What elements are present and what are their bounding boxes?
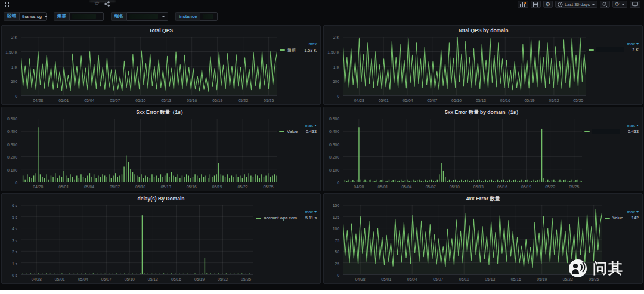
- y-axis-tick-label: 5 s: [12, 215, 17, 219]
- plot-area[interactable]: 150125100755025004/2805/0105/0405/0705/1…: [324, 203, 603, 283]
- chevron-down-icon: [44, 16, 48, 17]
- plot-area[interactable]: 2 K1.50 K1 K500004/2805/0105/0405/0705/1…: [324, 35, 587, 104]
- y-axis-tick-label: 0: [337, 94, 339, 98]
- x-axis-tick-label: 05/19: [212, 185, 222, 189]
- time-range-label: Last 30 days: [565, 2, 590, 7]
- save-dashboard-button[interactable]: [531, 1, 541, 8]
- y-axis-tick-label: 75: [335, 238, 339, 242]
- x-axis-tick-label: 04/28: [354, 185, 364, 189]
- plot-area[interactable]: 6 s5 s4 s3 s2 s1 s0 s04/2805/0105/0405/0…: [2, 203, 255, 283]
- filter-region: 区域 thanos-sg: [4, 12, 47, 21]
- star-icon[interactable]: ☆: [94, 1, 100, 7]
- legend-item[interactable]: 2 K: [589, 47, 639, 52]
- dashboards-grid-icon[interactable]: [4, 2, 9, 7]
- region-select[interactable]: thanos-sg: [19, 12, 47, 21]
- series-color-marker: [584, 131, 590, 132]
- series-max-value: 142: [626, 215, 639, 221]
- x-axis-tick-label: 05/10: [450, 185, 460, 189]
- x-axis-tick-label: 05/16: [187, 98, 197, 103]
- plot-area[interactable]: 2 K1.50 K1 K500004/2805/0105/0405/0705/1…: [2, 35, 278, 104]
- x-axis-tick-label: 05/16: [171, 277, 181, 281]
- filter-instance-label: instance: [175, 12, 200, 21]
- x-axis-tick-label: 05/22: [545, 185, 555, 189]
- x-axis-tick-label: 05/25: [263, 185, 273, 189]
- cycle-view-mode-button[interactable]: [630, 1, 640, 8]
- series-max-value: 1.53 K: [298, 48, 317, 53]
- series-color-marker: [279, 131, 284, 132]
- x-axis-tick-label: 05/13: [473, 185, 484, 189]
- y-axis-tick-label: 0.200: [329, 155, 339, 159]
- panel-legend: max account.wps.com5.11 s: [255, 203, 320, 283]
- y-axis-tick-label: 0: [337, 181, 339, 185]
- x-axis-tick-label: 05/07: [101, 277, 112, 281]
- x-axis-tick-label: 05/04: [402, 98, 413, 103]
- chevron-down-icon: [162, 16, 165, 17]
- panel-5xx-error-by-domain: 5xx Error 数量 by domain（1s） 0.5000.4000.3…: [323, 107, 643, 191]
- panel-title[interactable]: delay(s) By Domain: [2, 194, 320, 203]
- series-label: Value: [612, 215, 623, 221]
- legend-item[interactable]: account.wps.com5.11 s: [256, 215, 317, 221]
- x-axis-tick-label: 05/25: [569, 185, 579, 189]
- x-axis-tick-label: 05/25: [241, 277, 251, 281]
- x-axis-tick-label: 04/28: [354, 98, 364, 103]
- sort-caret-icon: [636, 211, 639, 213]
- legend-sort-max[interactable]: max: [280, 42, 317, 46]
- y-axis-tick-label: 0.100: [329, 168, 339, 172]
- cluster-input[interactable]: [69, 12, 104, 21]
- x-axis-tick-label: 05/07: [426, 185, 436, 189]
- x-axis-tick-label: 05/22: [218, 277, 228, 281]
- plot-area[interactable]: 0.5000.4000.3000.2000.100004/2805/0105/0…: [2, 116, 278, 191]
- filter-instance: instance: [175, 12, 218, 21]
- dashboard-panel-grid: Total QPS 2 K1.50 K1 K500004/2805/0105/0…: [0, 24, 644, 285]
- sort-caret-icon: [636, 125, 639, 126]
- x-axis-tick-label: 05/01: [377, 185, 388, 189]
- legend-sort-max[interactable]: max: [279, 123, 317, 128]
- x-axis-tick-label: 05/04: [407, 277, 417, 281]
- legend-sort-max[interactable]: max: [589, 42, 639, 46]
- panel-title[interactable]: Total QPS by domain: [324, 26, 642, 35]
- series-color-marker: [605, 218, 610, 219]
- y-axis-tick-label: 0.400: [7, 129, 17, 134]
- y-axis-tick-label: 3 s: [12, 238, 17, 242]
- sort-caret-icon: [314, 125, 317, 126]
- panel-title[interactable]: 5xx Error 数量（1s）: [2, 107, 320, 116]
- instance-input[interactable]: [200, 12, 218, 21]
- x-axis-tick-label: 05/04: [84, 98, 94, 103]
- group-name-select[interactable]: [126, 12, 168, 21]
- y-axis-tick-label: 0: [15, 94, 17, 98]
- legend-item[interactable]: Value142: [605, 215, 639, 221]
- panel-legend: max Value0.433: [278, 116, 320, 191]
- x-axis-tick-label: 05/16: [500, 98, 510, 103]
- series-color-marker: [280, 49, 285, 51]
- panel-title[interactable]: Total QPS: [2, 26, 320, 35]
- series-color-marker: [589, 49, 594, 51]
- filter-group-name: 组名: [111, 12, 168, 21]
- legend-sort-max[interactable]: max: [256, 210, 317, 214]
- settings-gear-button[interactable]: ⚙: [543, 1, 553, 8]
- time-range-picker[interactable]: Last 30 days: [555, 1, 598, 8]
- panel-title[interactable]: 4xx Error 数量: [324, 194, 642, 203]
- legend-item[interactable]: 当前1.53 K: [280, 47, 317, 53]
- panel-title[interactable]: 5xx Error 数量 by domain（1s）: [324, 107, 642, 116]
- redacted-value: [72, 14, 96, 19]
- legend-sort-max[interactable]: max: [605, 210, 639, 214]
- region-selected-value: thanos-sg: [22, 14, 42, 19]
- plot-area[interactable]: 0.5000.4000.3000.2000.100004/2805/0105/0…: [324, 116, 583, 191]
- y-axis-tick-label: 0 s: [12, 273, 17, 277]
- legend-item[interactable]: 0.433: [584, 129, 639, 134]
- x-axis-tick-label: 05/04: [78, 277, 88, 281]
- x-axis-tick-label: 04/28: [32, 277, 42, 281]
- y-axis-tick-label: 0.200: [7, 155, 17, 159]
- x-axis-tick-label: 05/01: [58, 185, 69, 189]
- x-axis-tick-label: 05/10: [135, 185, 145, 189]
- panel-add-button[interactable]: [518, 1, 528, 8]
- top-navigation-bar: ☆ ⚙ Last 30 days: [0, 0, 644, 8]
- y-axis-tick-label: 1.50 K: [5, 49, 17, 54]
- share-icon[interactable]: [104, 1, 110, 7]
- x-axis-tick-label: 05/13: [485, 277, 495, 281]
- refresh-button[interactable]: ⟳: [612, 1, 627, 8]
- legend-item[interactable]: Value0.433: [279, 129, 317, 134]
- zoom-out-button[interactable]: [600, 1, 610, 8]
- y-axis-tick-label: 25: [335, 261, 339, 265]
- legend-sort-max[interactable]: max: [584, 123, 639, 128]
